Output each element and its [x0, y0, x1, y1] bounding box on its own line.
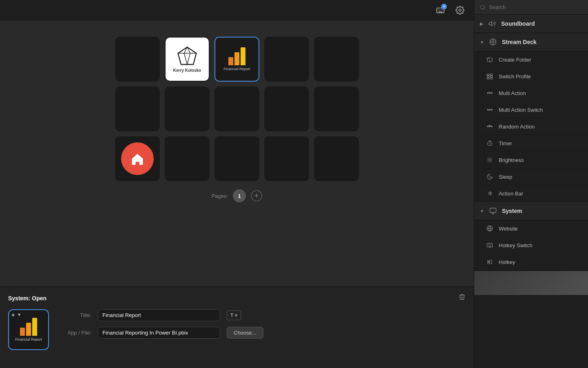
sleep-icon	[486, 173, 494, 181]
multi-action-switch-label: Multi Action Switch	[499, 107, 543, 113]
sidebar-item-brightness[interactable]: Brightness	[474, 152, 588, 168]
sidebar-item-multi-action[interactable]: Multi Action	[474, 85, 588, 102]
sidebar-item-create-folder[interactable]: Create Folder	[474, 51, 588, 68]
timer-icon	[486, 139, 494, 147]
search-icon	[480, 4, 486, 10]
add-page-button[interactable]: +	[251, 190, 262, 202]
system-items: Website Hotkey Switch	[474, 220, 588, 270]
home-key	[121, 142, 154, 175]
category-system: ▼ System Website	[474, 202, 588, 270]
svg-rect-26	[487, 74, 489, 75]
financial-key-label: Financial Report	[223, 67, 250, 71]
svg-line-52	[488, 162, 488, 162]
grid-cell-14[interactable]	[314, 136, 359, 181]
grid-cell-3[interactable]	[264, 37, 309, 82]
preview-icon-container[interactable]: + ▾ Financial Report	[8, 309, 49, 350]
app-file-row: App / File: Choose...	[59, 327, 466, 339]
page-1-dot[interactable]: 1	[233, 189, 246, 202]
hotkey-switch-icon	[486, 241, 494, 249]
svg-point-32	[487, 93, 489, 94]
svg-point-14	[481, 5, 484, 9]
action-bar-label: Action Bar	[499, 191, 523, 197]
action-title: System: Open	[8, 295, 46, 301]
grid-cell-5[interactable]	[115, 86, 160, 131]
svg-point-40	[491, 126, 492, 127]
title-format-button[interactable]: T ▾	[227, 310, 241, 320]
sidebar-item-hotkey[interactable]: Hotkey	[474, 254, 588, 270]
svg-point-39	[489, 126, 491, 127]
svg-point-18	[492, 41, 494, 43]
timer-label: Timer	[499, 140, 512, 146]
add-icon-button[interactable]: +	[11, 312, 15, 318]
switch-profile-icon	[486, 72, 494, 80]
soundboard-label: Soundboard	[501, 20, 535, 27]
grid-cell-0[interactable]	[115, 37, 160, 82]
app-file-input[interactable]	[98, 327, 220, 339]
svg-marker-12	[184, 47, 190, 64]
category-stream-deck-header[interactable]: ▼ Stream Deck	[474, 33, 588, 51]
app-file-label: App / File:	[59, 330, 91, 336]
grid-cell-10[interactable]	[115, 136, 160, 181]
format-t-icon: T	[230, 313, 233, 318]
stream-deck-label: Stream Deck	[502, 39, 537, 45]
sidebar-item-action-bar[interactable]: Action Bar	[474, 185, 588, 202]
grid-cell-9[interactable]	[314, 86, 359, 131]
grid-cell-11[interactable]	[165, 136, 210, 181]
create-folder-label: Create Folder	[499, 57, 531, 63]
grid-cell-4[interactable]	[314, 37, 359, 82]
title-input[interactable]	[98, 309, 220, 321]
grid-cell-6[interactable]	[165, 86, 210, 131]
category-soundboard-header[interactable]: ▶ Soundboard	[474, 15, 588, 33]
sidebar-item-sleep[interactable]: Sleep	[474, 168, 588, 185]
deck-area: Kerry Kolosko Financial Report	[0, 20, 474, 286]
action-type-label: Open	[32, 295, 46, 301]
add-badge: +	[441, 4, 447, 9]
svg-line-43	[490, 144, 491, 144]
sidebar-item-multi-action-switch[interactable]: Multi Action Switch	[474, 102, 588, 118]
sidebar-item-website[interactable]: Website	[474, 220, 588, 237]
category-system-header[interactable]: ▼ System	[474, 202, 588, 220]
svg-line-15	[484, 8, 485, 9]
svg-point-38	[487, 126, 489, 127]
grid-cell-1[interactable]: Kerry Kolosko	[165, 37, 210, 82]
sidebar-item-timer[interactable]: Timer	[474, 135, 588, 152]
kerry-kolosko-key: Kerry Kolosko	[166, 38, 209, 81]
stream-deck-chevron-icon: ▼	[480, 40, 484, 44]
add-device-button[interactable]: +	[433, 3, 448, 18]
bar-1	[228, 57, 233, 65]
switch-profile-label: Switch Profile	[499, 73, 531, 80]
grid-cell-8[interactable]	[264, 86, 309, 131]
financial-chart-icon	[228, 47, 245, 65]
title-field-label: Title:	[59, 312, 91, 318]
top-bar: +	[0, 0, 474, 20]
grid-cell-2[interactable]: Financial Report	[214, 37, 259, 82]
diamond-icon	[177, 46, 197, 67]
sidebar-item-hotkey-switch[interactable]: Hotkey Switch	[474, 237, 588, 254]
website-icon	[486, 224, 494, 233]
bar-2	[234, 52, 239, 65]
grid-cell-7[interactable]	[214, 86, 259, 131]
settings-button[interactable]	[453, 3, 467, 18]
bar-3	[241, 47, 245, 65]
sidebar-item-switch-profile[interactable]: Switch Profile	[474, 68, 588, 85]
search-input[interactable]	[489, 4, 582, 10]
choose-file-button[interactable]: Choose...	[227, 327, 263, 339]
multi-action-icon	[486, 89, 494, 97]
svg-point-10	[459, 9, 461, 11]
stream-deck-icon	[488, 37, 498, 47]
thumbnail-preview	[474, 271, 588, 295]
soundboard-chevron-icon: ▶	[480, 22, 483, 26]
sidebar-item-random-action[interactable]: Random Action	[474, 118, 588, 135]
bottom-header: System: Open	[8, 293, 466, 303]
main-area: +	[0, 0, 474, 368]
svg-rect-28	[487, 78, 489, 79]
grid-cell-13[interactable]	[264, 136, 309, 181]
grid-cell-12[interactable]	[214, 136, 259, 181]
svg-line-53	[491, 158, 492, 158]
system-label: System:	[8, 295, 30, 301]
delete-action-button[interactable]	[458, 293, 466, 303]
key-grid: Kerry Kolosko Financial Report	[115, 37, 359, 181]
icon-chevron-button[interactable]: ▾	[18, 312, 20, 317]
home-icon	[130, 151, 145, 166]
random-action-label: Random Action	[499, 124, 535, 130]
